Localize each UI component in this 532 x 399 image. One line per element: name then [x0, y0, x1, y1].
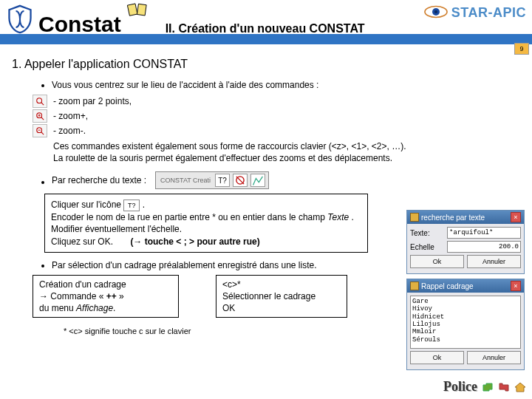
cadrage-list[interactable]: Gare Hivoy Hidnicet Lilojus Mmloir Sérou…: [410, 296, 521, 349]
zoom-minus-label: - zoom-.: [53, 126, 86, 136]
box-l3: Modifier éventuellement l'échelle.: [51, 224, 182, 234]
field-echelle[interactable]: 200.0: [447, 241, 521, 253]
cancel-button[interactable]: Annuler: [467, 255, 521, 268]
police-shield-icon: [6, 4, 34, 34]
dialog-search-text: recherche par texte × Texte: *arquifoul*…: [406, 210, 525, 274]
svg-line-12: [41, 132, 44, 134]
zoom-plus-icon: [33, 109, 47, 123]
subsection-title: 1. Appeler l'application CONSTAT: [12, 58, 520, 71]
bullet-icon: [41, 265, 44, 267]
svg-line-6: [41, 103, 44, 105]
list-item[interactable]: Mmloir: [412, 328, 519, 335]
dialog-icon: [410, 282, 419, 290]
dialog-search-titlebar[interactable]: recherche par texte ×: [407, 211, 524, 224]
svg-rect-1: [137, 4, 146, 16]
list-item[interactable]: Hidnicet: [412, 313, 519, 321]
header-bar: 9: [0, 34, 532, 44]
cadrage-bullet: Par sélection d'un cadrage préalablement…: [52, 260, 317, 270]
svg-rect-0: [127, 4, 137, 16]
zoom-2points-icon: [33, 95, 47, 108]
cs-l3: OK: [222, 303, 235, 313]
footer-hand-icon: [498, 382, 510, 392]
list-item[interactable]: Sérouls: [412, 336, 519, 344]
toolbar-icon-3: [250, 174, 265, 187]
search-instructions-box: Cliquer sur l'icône T? . Encoder le nom …: [44, 194, 368, 252]
zoom-plus-label: - zoom+,: [53, 111, 88, 121]
field-texte[interactable]: *arquifoul*: [447, 227, 521, 239]
cc-l3b: Affichage: [76, 303, 113, 313]
ok-button[interactable]: Ok: [410, 351, 464, 364]
zoom-2points-label: - zoom par 2 points,: [53, 96, 132, 106]
constat-toolbar: CONSTAT Creati T?: [155, 171, 269, 189]
dialog-rappel-titlebar[interactable]: Rappel cadrage ×: [407, 279, 524, 293]
zoom-minus-icon: [33, 124, 47, 137]
mouse-para: La roulette de la souris permet égalemen…: [53, 152, 520, 164]
svg-line-8: [41, 117, 44, 120]
eye-icon: [423, 4, 449, 21]
dialog-rappel-title: Rappel cadrage: [421, 282, 474, 290]
label-echelle: Echelle: [410, 243, 444, 251]
list-item[interactable]: Lilojus: [412, 321, 519, 328]
starapic-logo: STAR-APIC: [423, 4, 526, 21]
box-l4b: (→ touche < ; > pour autre rue): [130, 236, 259, 247]
cc-l2c: »: [117, 291, 124, 301]
close-icon[interactable]: ×: [511, 212, 521, 222]
app-title: Constat: [38, 12, 121, 37]
dialog-rappel-cadrage: Rappel cadrage × Gare Hivoy Hidnicet Lil…: [406, 279, 525, 370]
box-l4: Cliquez sur OK.: [51, 236, 113, 247]
search-bullet: Par recherche du texte :: [52, 175, 146, 185]
svg-point-5: [37, 98, 42, 103]
svg-point-4: [434, 10, 437, 13]
books-icon: [127, 1, 154, 19]
dialog-search-title: recherche par texte: [421, 214, 485, 222]
cc-l3c: .: [113, 303, 115, 313]
box-l1b: .: [143, 200, 145, 210]
footer-home-icon: [514, 382, 526, 392]
close-icon[interactable]: ×: [511, 281, 521, 291]
cc-l3a: du menu: [39, 303, 76, 313]
cancel-button[interactable]: Annuler: [467, 351, 521, 364]
toolbar-label: CONSTAT Creati: [159, 177, 212, 184]
label-texte: Texte:: [410, 229, 444, 237]
cadrage-select-box: <c>* Sélectionner le cadrage OK: [216, 275, 347, 318]
intro-bullet: Vous vous centrez sur le lieu de l'accid…: [52, 80, 318, 90]
list-item[interactable]: Gare: [412, 298, 519, 305]
bullet-icon: [41, 181, 44, 184]
toolbar-icon-2: [233, 174, 248, 187]
footer: Police: [443, 379, 526, 395]
cc-l1: Création d'un cadrage: [39, 279, 126, 290]
box-l2a: Encoder le nom de la rue en partie entre…: [51, 212, 327, 222]
page-number: 9: [514, 43, 529, 55]
tq-inline-icon: T?: [123, 200, 140, 211]
police-logo-text: Police: [443, 379, 477, 395]
cs-l1: <c>*: [222, 279, 241, 290]
cadrage-create-box: Création d'un cadrage → Commande « ++ » …: [33, 275, 179, 318]
list-item[interactable]: Hivoy: [412, 305, 519, 313]
box-l1a: Cliquer sur l'icône: [51, 200, 123, 210]
box-l2b: Texte: [327, 212, 349, 222]
box-l2c: .: [352, 212, 354, 222]
cs-l2: Sélectionner le cadrage: [222, 291, 316, 301]
header: Constat II. Création d'un nouveau CONSTA…: [0, 0, 532, 34]
cc-l2b: ++: [106, 291, 117, 301]
shortcut-para: Ces commandes existent également sous fo…: [53, 140, 520, 152]
starapic-text: STAR-APIC: [451, 5, 526, 21]
ok-button[interactable]: Ok: [410, 255, 464, 268]
bullet-icon: [41, 84, 44, 87]
dialog-icon: [410, 213, 419, 222]
text-search-icon: T?: [215, 174, 230, 187]
footer-hand-icon: [482, 382, 494, 392]
cc-l2a: → Commande «: [39, 291, 106, 301]
